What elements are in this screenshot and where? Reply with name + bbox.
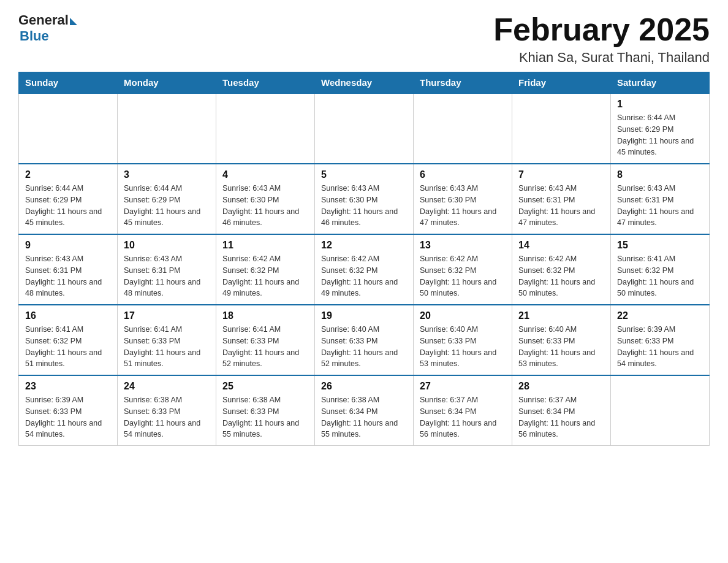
day-number: 16 <box>25 310 111 321</box>
day-info: Sunrise: 6:41 AM Sunset: 6:33 PM Dayligh… <box>222 324 308 370</box>
calendar-day-cell: 28Sunrise: 6:37 AM Sunset: 6:34 PM Dayli… <box>512 375 611 446</box>
day-number: 2 <box>25 169 111 180</box>
day-number: 18 <box>222 310 308 321</box>
calendar-day-cell: 25Sunrise: 6:38 AM Sunset: 6:33 PM Dayli… <box>216 375 315 446</box>
calendar-day-cell: 15Sunrise: 6:41 AM Sunset: 6:32 PM Dayli… <box>611 234 710 305</box>
day-info: Sunrise: 6:43 AM Sunset: 6:31 PM Dayligh… <box>124 253 210 299</box>
day-number: 25 <box>222 381 308 392</box>
calendar-day-cell: 17Sunrise: 6:41 AM Sunset: 6:33 PM Dayli… <box>118 305 216 375</box>
calendar-day-cell: 16Sunrise: 6:41 AM Sunset: 6:32 PM Dayli… <box>19 305 118 375</box>
day-info: Sunrise: 6:37 AM Sunset: 6:34 PM Dayligh… <box>420 394 506 440</box>
day-number: 12 <box>321 240 407 251</box>
day-info: Sunrise: 6:41 AM Sunset: 6:32 PM Dayligh… <box>25 324 111 370</box>
day-number: 20 <box>420 310 506 321</box>
day-number: 15 <box>617 240 703 251</box>
calendar-day-cell: 9Sunrise: 6:43 AM Sunset: 6:31 PM Daylig… <box>19 234 118 305</box>
page-header: General Blue February 2025 Khian Sa, Sur… <box>18 12 710 66</box>
day-number: 1 <box>617 99 703 110</box>
calendar-day-cell: 24Sunrise: 6:38 AM Sunset: 6:33 PM Dayli… <box>118 375 216 446</box>
day-info: Sunrise: 6:39 AM Sunset: 6:33 PM Dayligh… <box>25 394 111 440</box>
logo: General Blue <box>18 12 77 44</box>
calendar-day-cell: 2Sunrise: 6:44 AM Sunset: 6:29 PM Daylig… <box>19 164 118 234</box>
day-number: 7 <box>518 169 604 180</box>
day-number: 22 <box>617 310 703 321</box>
calendar-week-row: 9Sunrise: 6:43 AM Sunset: 6:31 PM Daylig… <box>19 234 710 305</box>
calendar-day-cell: 11Sunrise: 6:42 AM Sunset: 6:32 PM Dayli… <box>216 234 315 305</box>
day-number: 27 <box>420 381 506 392</box>
calendar-day-cell: 26Sunrise: 6:38 AM Sunset: 6:34 PM Dayli… <box>315 375 414 446</box>
day-info: Sunrise: 6:40 AM Sunset: 6:33 PM Dayligh… <box>518 324 604 370</box>
calendar-header-row: SundayMondayTuesdayWednesdayThursdayFrid… <box>19 72 710 94</box>
day-info: Sunrise: 6:38 AM Sunset: 6:33 PM Dayligh… <box>222 394 308 440</box>
day-info: Sunrise: 6:43 AM Sunset: 6:30 PM Dayligh… <box>222 183 308 229</box>
calendar-day-cell: 14Sunrise: 6:42 AM Sunset: 6:32 PM Dayli… <box>512 234 611 305</box>
calendar-day-cell: 1Sunrise: 6:44 AM Sunset: 6:29 PM Daylig… <box>611 93 710 164</box>
calendar-day-cell: 18Sunrise: 6:41 AM Sunset: 6:33 PM Dayli… <box>216 305 315 375</box>
calendar-day-cell <box>216 93 315 164</box>
calendar-day-cell: 5Sunrise: 6:43 AM Sunset: 6:30 PM Daylig… <box>315 164 414 234</box>
day-info: Sunrise: 6:44 AM Sunset: 6:29 PM Dayligh… <box>124 183 210 229</box>
calendar-week-row: 1Sunrise: 6:44 AM Sunset: 6:29 PM Daylig… <box>19 93 710 164</box>
location-subtitle: Khian Sa, Surat Thani, Thailand <box>493 50 710 66</box>
day-info: Sunrise: 6:38 AM Sunset: 6:33 PM Dayligh… <box>124 394 210 440</box>
day-info: Sunrise: 6:43 AM Sunset: 6:31 PM Dayligh… <box>518 183 604 229</box>
day-number: 3 <box>124 169 210 180</box>
calendar-day-cell: 19Sunrise: 6:40 AM Sunset: 6:33 PM Dayli… <box>315 305 414 375</box>
calendar-day-cell: 8Sunrise: 6:43 AM Sunset: 6:31 PM Daylig… <box>611 164 710 234</box>
calendar-week-row: 16Sunrise: 6:41 AM Sunset: 6:32 PM Dayli… <box>19 305 710 375</box>
weekday-header-wednesday: Wednesday <box>315 72 414 94</box>
day-number: 19 <box>321 310 407 321</box>
day-info: Sunrise: 6:41 AM Sunset: 6:33 PM Dayligh… <box>124 324 210 370</box>
calendar-day-cell: 20Sunrise: 6:40 AM Sunset: 6:33 PM Dayli… <box>414 305 512 375</box>
calendar-day-cell <box>414 93 512 164</box>
day-info: Sunrise: 6:42 AM Sunset: 6:32 PM Dayligh… <box>420 253 506 299</box>
day-number: 13 <box>420 240 506 251</box>
day-info: Sunrise: 6:40 AM Sunset: 6:33 PM Dayligh… <box>321 324 407 370</box>
logo-blue-text: Blue <box>20 28 49 44</box>
day-info: Sunrise: 6:41 AM Sunset: 6:32 PM Dayligh… <box>617 253 703 299</box>
day-info: Sunrise: 6:42 AM Sunset: 6:32 PM Dayligh… <box>321 253 407 299</box>
calendar-day-cell: 3Sunrise: 6:44 AM Sunset: 6:29 PM Daylig… <box>118 164 216 234</box>
day-info: Sunrise: 6:42 AM Sunset: 6:32 PM Dayligh… <box>222 253 308 299</box>
title-block: February 2025 Khian Sa, Surat Thani, Tha… <box>493 12 710 66</box>
calendar-day-cell: 13Sunrise: 6:42 AM Sunset: 6:32 PM Dayli… <box>414 234 512 305</box>
logo-general-text: General <box>18 12 69 28</box>
day-info: Sunrise: 6:43 AM Sunset: 6:30 PM Dayligh… <box>420 183 506 229</box>
day-info: Sunrise: 6:39 AM Sunset: 6:33 PM Dayligh… <box>617 324 703 370</box>
weekday-header-tuesday: Tuesday <box>216 72 315 94</box>
day-number: 17 <box>124 310 210 321</box>
month-title: February 2025 <box>493 12 710 47</box>
day-info: Sunrise: 6:38 AM Sunset: 6:34 PM Dayligh… <box>321 394 407 440</box>
calendar-day-cell: 4Sunrise: 6:43 AM Sunset: 6:30 PM Daylig… <box>216 164 315 234</box>
calendar-day-cell: 21Sunrise: 6:40 AM Sunset: 6:33 PM Dayli… <box>512 305 611 375</box>
calendar-day-cell: 23Sunrise: 6:39 AM Sunset: 6:33 PM Dayli… <box>19 375 118 446</box>
day-number: 28 <box>518 381 604 392</box>
logo-arrow-icon <box>70 18 77 25</box>
calendar-day-cell <box>19 93 118 164</box>
day-number: 6 <box>420 169 506 180</box>
calendar-day-cell <box>611 375 710 446</box>
calendar-day-cell: 7Sunrise: 6:43 AM Sunset: 6:31 PM Daylig… <box>512 164 611 234</box>
weekday-header-friday: Friday <box>512 72 611 94</box>
weekday-header-sunday: Sunday <box>19 72 118 94</box>
weekday-header-thursday: Thursday <box>414 72 512 94</box>
calendar-day-cell: 27Sunrise: 6:37 AM Sunset: 6:34 PM Dayli… <box>414 375 512 446</box>
calendar-day-cell: 10Sunrise: 6:43 AM Sunset: 6:31 PM Dayli… <box>118 234 216 305</box>
calendar-day-cell <box>118 93 216 164</box>
day-number: 4 <box>222 169 308 180</box>
day-number: 24 <box>124 381 210 392</box>
day-number: 21 <box>518 310 604 321</box>
calendar-week-row: 23Sunrise: 6:39 AM Sunset: 6:33 PM Dayli… <box>19 375 710 446</box>
day-number: 10 <box>124 240 210 251</box>
day-info: Sunrise: 6:42 AM Sunset: 6:32 PM Dayligh… <box>518 253 604 299</box>
calendar-table: SundayMondayTuesdayWednesdayThursdayFrid… <box>18 72 710 446</box>
calendar-day-cell: 12Sunrise: 6:42 AM Sunset: 6:32 PM Dayli… <box>315 234 414 305</box>
day-info: Sunrise: 6:40 AM Sunset: 6:33 PM Dayligh… <box>420 324 506 370</box>
day-info: Sunrise: 6:44 AM Sunset: 6:29 PM Dayligh… <box>617 112 703 158</box>
calendar-day-cell <box>512 93 611 164</box>
day-number: 5 <box>321 169 407 180</box>
day-info: Sunrise: 6:44 AM Sunset: 6:29 PM Dayligh… <box>25 183 111 229</box>
day-number: 14 <box>518 240 604 251</box>
day-number: 8 <box>617 169 703 180</box>
day-info: Sunrise: 6:37 AM Sunset: 6:34 PM Dayligh… <box>518 394 604 440</box>
